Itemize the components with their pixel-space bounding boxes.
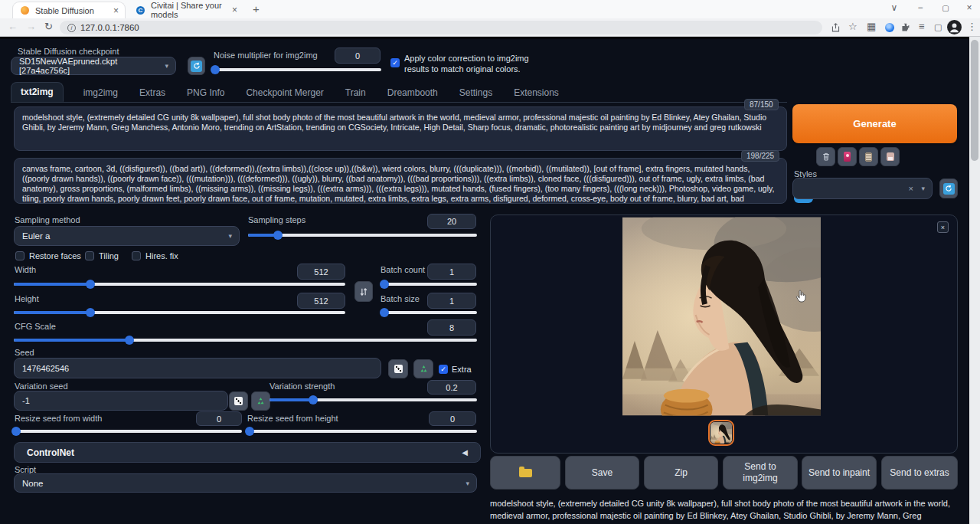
collapse-arrow-icon: ◀ [462,448,468,457]
prompt-input[interactable]: modelshoot style, (extremely detailed CG… [14,106,787,151]
tab-train[interactable]: Train [344,84,368,102]
send-to-extras-button[interactable]: Send to extras [881,456,958,490]
styles-refresh-button[interactable] [939,178,958,198]
browser-menu-icon[interactable]: ⋮ [967,21,977,32]
tab-close-icon[interactable]: × [232,5,237,15]
batch-size-value[interactable]: 1 [427,293,476,309]
back-icon[interactable]: ← [8,21,18,32]
save-button[interactable]: Save [565,456,639,490]
extensions-puzzle-icon[interactable] [900,22,910,34]
generated-image[interactable] [622,217,821,416]
reuse-seed-button[interactable] [413,359,433,378]
checkpoint-refresh-button[interactable] [188,57,205,75]
bookmark-star-icon[interactable]: ☆ [848,21,858,32]
window-menu-icon[interactable]: ∨ [887,2,902,13]
restore-faces-checkbox[interactable] [15,251,24,260]
tiling-checkbox[interactable] [85,251,94,260]
tab-png-info[interactable]: PNG Info [185,84,226,102]
width-slider[interactable] [14,280,345,289]
window-maximize-button[interactable]: ▢ [938,4,953,12]
tab-extras[interactable]: Extras [138,84,167,102]
reading-list-icon[interactable]: ≡ [919,21,925,32]
color-correction-checkbox[interactable]: ✓ [390,58,400,67]
window-close-button[interactable]: × [962,2,977,13]
extension-blue-dot-icon[interactable] [885,23,894,32]
cfg-scale-value[interactable]: 8 [427,319,476,336]
resize-seed-height-value[interactable]: 0 [429,411,476,426]
variation-strength-value[interactable]: 0.2 [427,380,476,395]
tab-close-icon[interactable]: × [113,5,119,16]
variation-seed-input[interactable]: -1 [14,391,228,411]
controlnet-accordion[interactable]: ControlNet ◀ [14,442,481,463]
site-info-icon[interactable]: i [67,24,76,32]
close-gallery-button[interactable]: × [937,221,949,233]
profile-avatar[interactable] [947,20,962,38]
variation-strength-slider[interactable] [270,395,477,404]
seed-input[interactable]: 1476462546 [14,358,381,378]
apply-styles-button[interactable] [859,147,878,166]
negative-prompt-input[interactable]: canvas frame, cartoon, 3d, ((disfigured)… [14,158,787,204]
script-dropdown[interactable]: None ▾ [14,473,477,493]
noise-multiplier-slider[interactable] [215,65,381,74]
generate-button[interactable]: Generate [792,104,957,143]
reuse-variation-seed-button[interactable] [251,391,270,411]
reload-icon[interactable]: ↻ [44,21,53,32]
swap-arrows-icon [359,287,368,297]
share-icon[interactable] [831,22,841,35]
height-slider[interactable] [14,308,345,317]
clear-prompt-button[interactable] [816,147,835,166]
sampling-steps-slider[interactable] [248,231,477,240]
open-folder-button[interactable] [490,456,560,490]
forward-icon[interactable]: → [26,21,36,32]
batch-size-slider[interactable] [381,308,477,317]
swap-width-height-button[interactable] [354,281,373,302]
resize-seed-width-slider[interactable] [14,427,242,436]
hires-fix-checkbox[interactable] [132,251,141,260]
new-tab-button[interactable]: + [253,2,260,15]
folder-icon [519,469,532,477]
noise-multiplier-value[interactable]: 0 [335,47,381,64]
checkpoint-dropdown[interactable]: SD15NewVAEpruned.ckpt [27a4ac756c] ▾ [11,57,176,75]
scrollbar-thumb[interactable] [971,40,978,161]
width-label: Width [15,265,36,274]
height-value[interactable]: 512 [297,293,345,309]
extra-seed-checkbox[interactable]: ✓ [439,365,448,374]
checkpoint-value: SD15NewVAEpruned.ckpt [27a4ac756c] [19,57,168,75]
width-value[interactable]: 512 [297,264,345,280]
app-tabs: txt2img img2img Extras PNG Info Checkpoi… [11,82,560,102]
tab-dreambooth[interactable]: Dreambooth [386,84,439,102]
batch-count-value[interactable]: 1 [427,264,476,280]
tab-img2img[interactable]: img2img [82,84,119,102]
resize-seed-width-value[interactable]: 0 [196,411,242,426]
gallery-thumbnail-selected[interactable] [708,420,734,446]
browser-tab-civitai[interactable]: C Civitai | Share your models × [129,2,243,18]
prompt-token-counter: 87/150 [744,99,779,110]
random-variation-seed-button[interactable] [229,391,248,411]
seed-value: 1476462546 [22,364,69,373]
send-to-inpaint-button[interactable]: Send to inpaint [802,456,877,490]
tab-txt2img[interactable]: txt2img [11,82,64,102]
window-minimize-button[interactable]: − [913,2,928,13]
extension-grid-icon[interactable]: ▦ [867,21,876,32]
cfg-scale-slider[interactable] [14,336,477,345]
extra-seed-label: Extra [452,365,472,374]
styles-dropdown[interactable]: × ▾ [792,178,933,199]
tab-checkpoint-merger[interactable]: Checkpoint Merger [244,84,325,102]
cfg-scale-label: CFG Scale [15,322,56,331]
random-seed-button[interactable] [388,359,408,378]
zip-button[interactable]: Zip [644,456,718,490]
batch-count-slider[interactable] [381,280,477,289]
save-style-button[interactable] [880,147,900,166]
url-bar[interactable]: i 127.0.0.1:7860 [60,21,822,34]
resize-seed-height-slider[interactable] [247,427,477,436]
clear-styles-icon[interactable]: × [909,184,913,193]
sampling-method-dropdown[interactable]: Euler a ▾ [14,226,240,246]
sampling-steps-value[interactable]: 20 [427,214,476,229]
extra-networks-button[interactable] [838,147,857,166]
tab-extensions[interactable]: Extensions [512,84,560,102]
tab-settings[interactable]: Settings [458,84,494,102]
tab-group-icon[interactable]: ▢ [934,22,942,32]
browser-tab-stable-diffusion[interactable]: Stable Diffusion × [12,2,126,18]
send-to-img2img-button[interactable]: Send to img2img [723,456,798,490]
floppy-save-icon [887,152,894,161]
